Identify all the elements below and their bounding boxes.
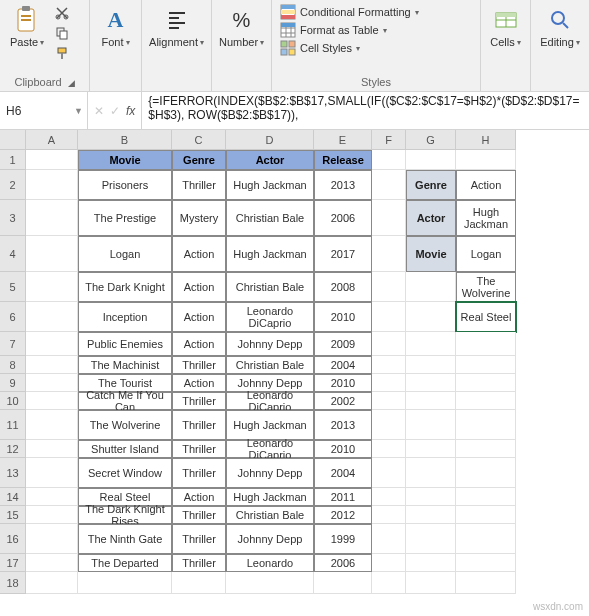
cell-G18[interactable] — [406, 572, 456, 594]
column-header-C[interactable]: C — [172, 130, 226, 150]
cell-H13[interactable] — [456, 458, 516, 488]
cell-A18[interactable] — [26, 572, 78, 594]
cell-A4[interactable] — [26, 236, 78, 272]
cell-E16[interactable]: 1999 — [314, 524, 372, 554]
cell-G5[interactable] — [406, 272, 456, 302]
cell-F1[interactable] — [372, 150, 406, 170]
font-button[interactable]: A Font▾ — [94, 2, 137, 50]
row-header-18[interactable]: 18 — [0, 572, 26, 594]
cell-D17[interactable]: Leonardo — [226, 554, 314, 572]
cell-C9[interactable]: Action — [172, 374, 226, 392]
row-header-6[interactable]: 6 — [0, 302, 26, 332]
cell-B5[interactable]: The Dark Knight — [78, 272, 172, 302]
cell-H18[interactable] — [456, 572, 516, 594]
row-header-12[interactable]: 12 — [0, 440, 26, 458]
cell-D14[interactable]: Hugh Jackman — [226, 488, 314, 506]
cell-B2[interactable]: Prisoners — [78, 170, 172, 200]
cell-G3[interactable]: Actor — [406, 200, 456, 236]
cell-E17[interactable]: 2006 — [314, 554, 372, 572]
row-header-3[interactable]: 3 — [0, 200, 26, 236]
alignment-button[interactable]: Alignment▾ — [146, 2, 207, 50]
cells-button[interactable]: Cells▾ — [485, 2, 526, 50]
cell-E13[interactable]: 2004 — [314, 458, 372, 488]
cell-F10[interactable] — [372, 392, 406, 410]
cell-A14[interactable] — [26, 488, 78, 506]
cell-B4[interactable]: Logan — [78, 236, 172, 272]
cell-B6[interactable]: Inception — [78, 302, 172, 332]
row-header-17[interactable]: 17 — [0, 554, 26, 572]
cell-H4[interactable]: Logan — [456, 236, 516, 272]
cell-E7[interactable]: 2009 — [314, 332, 372, 356]
cell-C6[interactable]: Action — [172, 302, 226, 332]
column-header-A[interactable]: A — [26, 130, 78, 150]
cell-A17[interactable] — [26, 554, 78, 572]
cell-H15[interactable] — [456, 506, 516, 524]
row-header-11[interactable]: 11 — [0, 410, 26, 440]
cell-A10[interactable] — [26, 392, 78, 410]
cell-A12[interactable] — [26, 440, 78, 458]
cell-G11[interactable] — [406, 410, 456, 440]
cell-C12[interactable]: Thriller — [172, 440, 226, 458]
column-header-E[interactable]: E — [314, 130, 372, 150]
cell-H9[interactable] — [456, 374, 516, 392]
cell-C8[interactable]: Thriller — [172, 356, 226, 374]
cell-H12[interactable] — [456, 440, 516, 458]
row-header-1[interactable]: 1 — [0, 150, 26, 170]
cell-G7[interactable] — [406, 332, 456, 356]
row-header-14[interactable]: 14 — [0, 488, 26, 506]
cell-E10[interactable]: 2002 — [314, 392, 372, 410]
cell-E1[interactable]: Release — [314, 150, 372, 170]
paste-button[interactable]: Paste▾ — [4, 2, 50, 50]
cell-G6[interactable] — [406, 302, 456, 332]
cell-E8[interactable]: 2004 — [314, 356, 372, 374]
cell-E14[interactable]: 2011 — [314, 488, 372, 506]
cell-B17[interactable]: The Departed — [78, 554, 172, 572]
cell-B18[interactable] — [78, 572, 172, 594]
cut-button[interactable] — [52, 4, 72, 22]
cell-E3[interactable]: 2006 — [314, 200, 372, 236]
cell-A5[interactable] — [26, 272, 78, 302]
row-header-10[interactable]: 10 — [0, 392, 26, 410]
cell-F11[interactable] — [372, 410, 406, 440]
cell-E4[interactable]: 2017 — [314, 236, 372, 272]
cell-G9[interactable] — [406, 374, 456, 392]
cell-C14[interactable]: Action — [172, 488, 226, 506]
dialog-launcher-icon[interactable]: ◢ — [68, 78, 75, 88]
cell-F8[interactable] — [372, 356, 406, 374]
cell-D7[interactable]: Johnny Depp — [226, 332, 314, 356]
spreadsheet-grid[interactable]: ABCDEFGH 123456789101112131415161718 Mov… — [0, 130, 589, 616]
column-header-G[interactable]: G — [406, 130, 456, 150]
row-header-5[interactable]: 5 — [0, 272, 26, 302]
cell-A6[interactable] — [26, 302, 78, 332]
row-header-13[interactable]: 13 — [0, 458, 26, 488]
cancel-button[interactable]: ✕ — [94, 104, 104, 118]
column-header-H[interactable]: H — [456, 130, 516, 150]
cell-H11[interactable] — [456, 410, 516, 440]
cell-D15[interactable]: Christian Bale — [226, 506, 314, 524]
column-header-D[interactable]: D — [226, 130, 314, 150]
number-button[interactable]: % Number▾ — [216, 2, 267, 50]
cell-C7[interactable]: Action — [172, 332, 226, 356]
cell-E12[interactable]: 2010 — [314, 440, 372, 458]
cell-F9[interactable] — [372, 374, 406, 392]
cell-H6[interactable]: Real Steel — [456, 302, 516, 332]
cell-B13[interactable]: Secret Window — [78, 458, 172, 488]
cell-F14[interactable] — [372, 488, 406, 506]
cell-H10[interactable] — [456, 392, 516, 410]
cell-G4[interactable]: Movie — [406, 236, 456, 272]
cell-E2[interactable]: 2013 — [314, 170, 372, 200]
cell-F17[interactable] — [372, 554, 406, 572]
cell-C13[interactable]: Thriller — [172, 458, 226, 488]
cell-C11[interactable]: Thriller — [172, 410, 226, 440]
cell-D11[interactable]: Hugh Jackman — [226, 410, 314, 440]
cell-H3[interactable]: Hugh Jackman — [456, 200, 516, 236]
enter-button[interactable]: ✓ — [110, 104, 120, 118]
cell-D3[interactable]: Christian Bale — [226, 200, 314, 236]
cell-F2[interactable] — [372, 170, 406, 200]
cell-H1[interactable] — [456, 150, 516, 170]
cell-A7[interactable] — [26, 332, 78, 356]
cell-F16[interactable] — [372, 524, 406, 554]
cell-D12[interactable]: Leonardo DiCaprio — [226, 440, 314, 458]
cell-D5[interactable]: Christian Bale — [226, 272, 314, 302]
format-painter-button[interactable] — [52, 44, 72, 62]
